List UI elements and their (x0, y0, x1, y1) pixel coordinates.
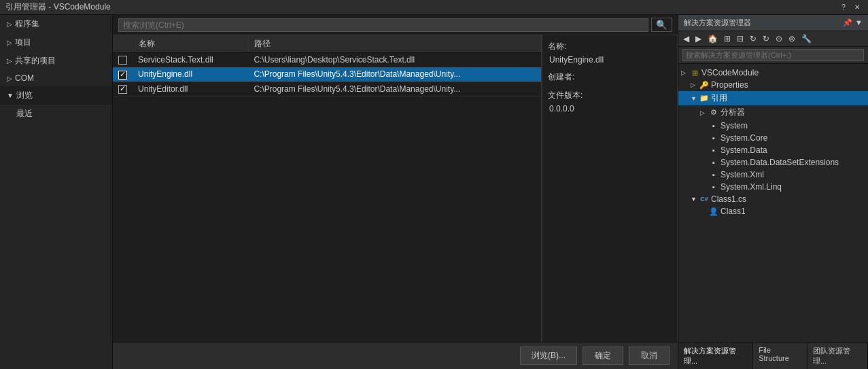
tree-item-class1[interactable]: 👤Class1 (678, 205, 868, 217)
sidebar-item-project[interactable]: ▷ 项目 (0, 33, 112, 52)
col-check (113, 35, 133, 53)
tree-node-label: System (721, 121, 748, 130)
help-button[interactable]: ? (838, 2, 849, 13)
name-label: 名称: (548, 41, 672, 52)
sidebar-item-shared[interactable]: ▷ 共享的项目 (0, 52, 112, 70)
se-config-btn[interactable]: 🔧 (799, 33, 814, 45)
tree-item-class1cs[interactable]: ▼C#Class1.cs (678, 193, 868, 205)
se-settings2-btn[interactable]: ⊚ (786, 33, 797, 45)
table-row[interactable]: UnityEditor.dllC:\Program Files\Unity5.4… (113, 82, 541, 96)
search-input[interactable] (118, 18, 648, 32)
tree-node-label: System.Data.DataSetExtensions (721, 158, 839, 167)
tree-item-systemxmllinq[interactable]: ▪System.Xml.Linq (678, 181, 868, 193)
table-cell-path: C:\Program Files\Unity5.4.3\Editor\Data\… (248, 67, 540, 82)
se-header-title: 解决方案资源管理器 (684, 18, 751, 28)
se-pin-icon[interactable]: 📌 (843, 18, 852, 27)
tree-item-solution[interactable]: ▷⊞VSCodeModule (678, 67, 868, 79)
tree-node-icon: ▪ (708, 158, 719, 166)
se-forward-btn[interactable]: ▶ (693, 33, 704, 45)
tree-arrow: ▷ (700, 109, 708, 116)
tree-item-properties[interactable]: ▷🔑Properties (678, 79, 868, 91)
se-settings1-btn[interactable]: ⊙ (774, 33, 784, 45)
se-expand-btn[interactable]: ⊞ (722, 33, 733, 45)
se-tab-file-structure-tab[interactable]: File Structure (753, 343, 808, 369)
table-cell-name: ServiceStack.Text.dll (133, 53, 248, 67)
tree-node-label: System.Core (721, 133, 767, 143)
tree-node-label: 分析器 (721, 107, 745, 118)
se-tab-team-tab[interactable]: 团队资源管理... (808, 343, 868, 369)
tree-node-label: System.Xml (721, 170, 764, 179)
left-sidebar: ▷ 程序集 ▷ 项目 ▷ 共享的项目 ▷ COM ▼ 浏览 最近 (0, 15, 113, 369)
tree-arrow: ▼ (691, 95, 699, 102)
file-version-label: 文件版本: (548, 90, 672, 101)
file-version-value: 0.0.0.0 (548, 104, 672, 113)
se-tab-solution-tab[interactable]: 解决方案资源管理... (678, 343, 753, 369)
tree-item-systemxml[interactable]: ▪System.Xml (678, 169, 868, 181)
tree-item-references[interactable]: ▼📁引用 (678, 91, 868, 105)
tree-item-systemdata[interactable]: ▪System.Data (678, 144, 868, 156)
sidebar-label-com: COM (15, 73, 34, 83)
tree-item-analyzer[interactable]: ▷⚙分析器 (678, 105, 868, 120)
title-bar-controls: ? ✕ (838, 2, 863, 13)
se-tree: ▷⊞VSCodeModule▷🔑Properties▼📁引用▷⚙分析器▪Syst… (678, 64, 868, 342)
se-home-btn[interactable]: 🏠 (706, 33, 720, 45)
browse-button[interactable]: 浏览(B)... (520, 347, 577, 365)
tree-item-systemdatadatasetextensions[interactable]: ▪System.Data.DataSetExtensions (678, 156, 868, 169)
name-value: UnityEngine.dll (548, 55, 672, 65)
se-back-btn[interactable]: ◀ (681, 33, 691, 45)
tree-arrow: ▼ (691, 196, 699, 203)
tree-node-label: VSCodeModule (701, 68, 759, 77)
middle-area: 名称 路径 ServiceStack.Text.dllC:\Users\lian… (113, 35, 678, 342)
tree-node-icon: ▪ (708, 171, 719, 179)
sidebar-label-shared: 共享的项目 (15, 55, 56, 67)
expand-arrow-assemblies: ▷ (7, 20, 12, 28)
tree-node-icon: ⚙ (708, 108, 719, 117)
table-cell-check (113, 67, 133, 82)
table-row[interactable]: ServiceStack.Text.dllC:\Users\liang\Desk… (113, 53, 541, 67)
ok-button[interactable]: 确定 (583, 347, 623, 365)
tree-node-icon: 👤 (708, 207, 719, 216)
title-bar: 引用管理器 - VSCodeModule ? ✕ (0, 0, 868, 15)
main-layout: ▷ 程序集 ▷ 项目 ▷ 共享的项目 ▷ COM ▼ 浏览 最近 🔍 (0, 15, 868, 369)
table-cell-name: UnityEditor.dll (133, 82, 248, 96)
tree-item-systemcore[interactable]: ▪System.Core (678, 132, 868, 144)
col-path: 路径 (248, 35, 540, 53)
expand-arrow-browse: ▼ (7, 92, 14, 99)
tree-item-system[interactable]: ▪System (678, 120, 868, 132)
checkbox-icon[interactable] (118, 56, 127, 65)
sidebar-label-project: 项目 (15, 37, 31, 48)
cancel-button[interactable]: 取消 (629, 347, 670, 365)
se-tabs: 解决方案资源管理...File Structure团队资源管理... (678, 342, 868, 369)
se-toolbar: ◀ ▶ 🏠 ⊞ ⊟ ↺ ↻ ⊙ ⊚ 🔧 (678, 31, 868, 47)
sidebar-item-browse[interactable]: ▼ 浏览 (0, 86, 112, 105)
checkbox-icon[interactable] (118, 85, 127, 94)
se-search-input[interactable] (682, 49, 864, 61)
sidebar-item-com[interactable]: ▷ COM (0, 70, 112, 86)
tree-node-icon: ▪ (708, 146, 719, 154)
se-collapse-btn[interactable]: ⊟ (735, 33, 746, 45)
sidebar-label-recent: 最近 (16, 108, 33, 120)
info-panel: 名称: UnityEngine.dll 创建者: 文件版本: 0.0.0.0 (542, 35, 678, 342)
tree-node-label: Properties (711, 80, 748, 90)
creator-label: 创建者: (548, 71, 672, 83)
title-bar-text: 引用管理器 - VSCodeModule (5, 1, 111, 13)
table-cell-name: UnityEngine.dll (133, 67, 248, 82)
search-bar: 🔍 (113, 15, 678, 35)
tree-node-label: Class1 (721, 207, 746, 216)
se-header: 解决方案资源管理器 📌 ▼ (678, 15, 868, 31)
sidebar-item-recent[interactable]: 最近 (0, 105, 112, 123)
sidebar-label-browse: 浏览 (16, 90, 33, 101)
table-row[interactable]: UnityEngine.dllC:\Program Files\Unity5.4… (113, 67, 541, 82)
close-button[interactable]: ✕ (852, 2, 863, 13)
checkbox-icon[interactable] (118, 71, 127, 80)
tree-node-label: System.Data (721, 145, 767, 155)
search-button[interactable]: 🔍 (651, 18, 672, 32)
table-cell-check (113, 82, 133, 96)
sidebar-item-assemblies[interactable]: ▷ 程序集 (0, 15, 112, 33)
table-cell-check (113, 53, 133, 67)
table-cell-path: C:\Users\liang\Desktop\ServiceStack.Text… (248, 53, 540, 67)
se-refresh1-btn[interactable]: ↺ (748, 33, 759, 45)
expand-arrow-shared: ▷ (7, 57, 12, 65)
se-close-icon[interactable]: ▼ (855, 18, 863, 27)
se-refresh2-btn[interactable]: ↻ (761, 33, 771, 45)
